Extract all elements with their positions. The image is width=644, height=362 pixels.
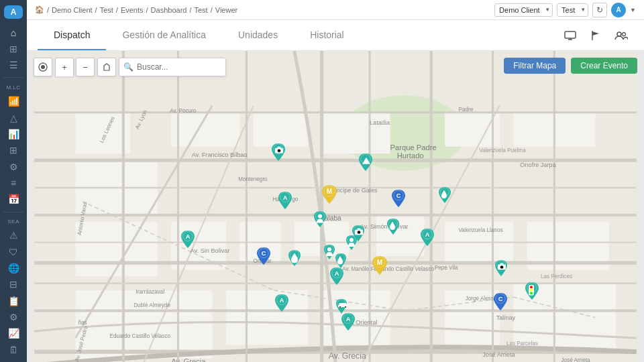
map-background: Latadia Parque Padre Hurtado Valenzuela … [27, 51, 644, 362]
map-marker[interactable]: A [329, 267, 344, 286]
people-icon-btn[interactable] [612, 26, 631, 45]
map-marker[interactable] [271, 143, 286, 162]
sidebar-section-label-mlc: M.LC [6, 84, 20, 90]
create-event-button[interactable]: Crear Evento [571, 58, 637, 74]
sidebar-item-barchart[interactable]: 📈 [3, 326, 24, 340]
map-marker[interactable] [494, 259, 508, 277]
flag-icon-btn[interactable] [586, 26, 605, 45]
sidebar-item-home[interactable]: ⌂ [3, 25, 24, 39]
map-marker[interactable] [323, 244, 335, 260]
sidebar-logo[interactable]: A [4, 5, 23, 19]
map-marker[interactable] [335, 298, 347, 314]
map-marker[interactable]: A [341, 312, 356, 331]
svg-text:Av. Simón Bolívar: Av. Simón Bolívar [360, 223, 409, 230]
svg-point-117 [278, 149, 281, 152]
refresh-button[interactable]: ↻ [592, 3, 607, 17]
map-marker[interactable]: M [372, 255, 388, 276]
sidebar-item-globe[interactable]: 🌐 [3, 261, 24, 275]
sidebar-item-list2[interactable]: 📋 [3, 294, 24, 308]
tab-dispatch[interactable]: Dispatch [38, 20, 106, 50]
map-marker[interactable] [345, 235, 358, 251]
sidebar-item-alert[interactable]: △ [3, 111, 24, 124]
map-marker[interactable]: A [278, 191, 292, 210]
home-icon[interactable]: 🏠 [35, 5, 44, 14]
svg-text:Padre: Padre [459, 107, 474, 113]
svg-text:A: A [283, 194, 288, 201]
svg-point-134 [500, 265, 504, 269]
main-content: 🏠 / Demo Client / Test / Events / Dashbo… [27, 0, 644, 362]
map-marker[interactable] [386, 218, 400, 235]
map-marker[interactable]: C [493, 292, 508, 311]
sidebar-item-document[interactable]: ☰ [3, 58, 24, 72]
breadcrumb-dashboard[interactable]: Dashboard [151, 6, 187, 14]
tab-gestion[interactable]: Gestión de Analítica [106, 20, 222, 50]
monitor-icon-btn[interactable] [561, 26, 580, 45]
svg-point-137 [530, 286, 533, 288]
topbar: 🏠 / Demo Client / Test / Events / Dashbo… [27, 0, 644, 20]
map-marker[interactable] [438, 186, 451, 204]
svg-text:Irarráazaval: Irarráazaval [136, 289, 164, 295]
map-marker[interactable]: A [420, 228, 435, 247]
test-select-wrapper: Test ▼ [557, 3, 588, 17]
tab-unidades-label: Unidades [238, 29, 278, 40]
svg-rect-12 [254, 113, 309, 147]
breadcrumb-viewer[interactable]: Viewer [215, 6, 237, 14]
sidebar-item-layers[interactable]: ⊞ [3, 42, 24, 56]
map-marker[interactable]: C [391, 189, 406, 208]
sidebar-item-chart[interactable]: 📊 [3, 127, 24, 141]
sidebar-item-layers2[interactable]: ⊟ [3, 278, 24, 291]
sidebar-item-shield[interactable]: 🛡 [3, 245, 24, 259]
tab-unidades[interactable]: Unidades [222, 20, 294, 50]
location-button[interactable] [34, 58, 52, 76]
sidebar-item-calendar2[interactable]: 🗓 [3, 343, 24, 357]
svg-text:José Arrieta: José Arrieta [482, 351, 515, 358]
filter-map-button[interactable]: Filtrar Mapa [504, 58, 566, 74]
demo-client-select-wrapper: Demo Client ▼ [494, 3, 553, 17]
sidebar-item-alert-triangle[interactable]: ⚠ [3, 229, 24, 242]
svg-text:Av. Grecia: Av. Grecia [171, 357, 206, 362]
svg-text:Valenzuela Puelma: Valenzuela Puelma [479, 147, 526, 154]
map-search-input[interactable] [119, 58, 226, 76]
svg-text:Montenegro: Montenegro [238, 176, 268, 182]
zoom-plus-button[interactable]: + [55, 58, 74, 76]
breadcrumb-sep-4: / [146, 6, 148, 14]
map-marker[interactable] [313, 210, 327, 228]
avatar-dropdown-arrow[interactable]: ▼ [630, 7, 636, 13]
svg-text:Parque Padre: Parque Padre [390, 143, 437, 152]
tab-historial[interactable]: Historial [294, 20, 360, 50]
svg-point-139 [530, 292, 533, 294]
sidebar-item-calendar[interactable]: 📅 [3, 192, 24, 206]
sidebar-item-settings[interactable]: ⚙ [3, 160, 24, 173]
breadcrumb-test-2[interactable]: Test [195, 6, 208, 14]
sidebar-item-list[interactable]: ≡ [3, 176, 24, 190]
sidebar-item-settings2[interactable]: ⚙ [3, 310, 24, 324]
svg-text:Latadia: Latadia [370, 119, 390, 126]
svg-text:Av. Manóle Fernando Castillo V: Av. Manóle Fernando Castillo Velasco [342, 266, 434, 272]
map-marker[interactable]: C [256, 247, 271, 265]
svg-text:Valenzuela Llanos: Valenzuela Llanos [459, 227, 503, 233]
map-marker[interactable]: M [321, 184, 337, 204]
svg-text:Las Parcelas: Las Parcelas [506, 341, 538, 347]
breadcrumb: 🏠 / Demo Client / Test / Events / Dashbo… [35, 5, 492, 14]
map-marker[interactable] [525, 282, 539, 300]
sidebar-item-grid[interactable]: ⊞ [3, 143, 24, 157]
sidebar-item-wifi[interactable]: 📶 [3, 95, 24, 108]
map-marker[interactable] [335, 253, 347, 269]
another-ctrl-btn[interactable] [97, 58, 116, 76]
svg-rect-14 [445, 113, 500, 147]
demo-client-select[interactable]: Demo Client [494, 3, 553, 17]
test-select[interactable]: Test [557, 3, 588, 17]
map-marker[interactable] [288, 249, 301, 267]
map-marker[interactable]: A [274, 294, 289, 312]
breadcrumb-demo-client[interactable]: Demo Client [52, 6, 93, 14]
svg-text:José Arrieta: José Arrieta [561, 357, 590, 362]
map-container[interactable]: Latadia Parque Padre Hurtado Valenzuela … [27, 51, 644, 362]
map-marker[interactable]: A [180, 230, 195, 249]
zoom-minus-button[interactable]: − [76, 58, 95, 76]
avatar[interactable]: A [611, 3, 626, 17]
breadcrumb-test-1[interactable]: Test [100, 6, 113, 14]
svg-text:M: M [327, 188, 332, 195]
map-marker[interactable] [358, 153, 373, 172]
breadcrumb-events[interactable]: Events [121, 6, 144, 14]
svg-text:M: M [377, 259, 382, 266]
